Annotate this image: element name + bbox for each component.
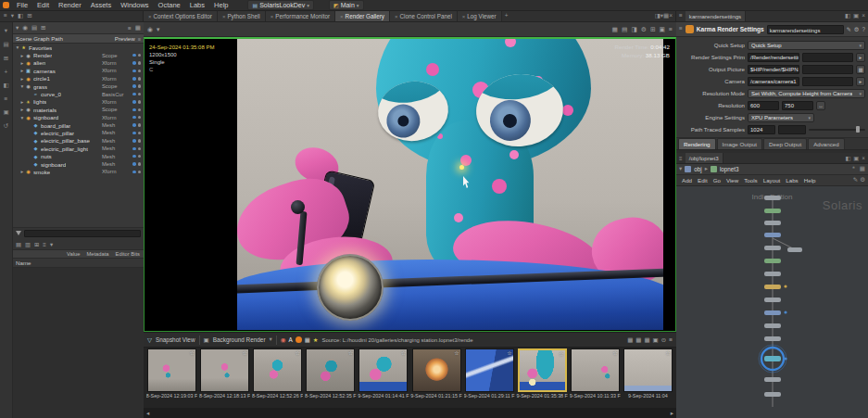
star-icon[interactable]: ☆ — [296, 349, 300, 356]
param-input-2[interactable]: 750 — [782, 101, 813, 110]
column-header[interactable]: Editor Bits — [116, 251, 140, 257]
visibility-dots[interactable] — [132, 54, 144, 57]
pane-menu-icon[interactable]: ≡ — [679, 13, 683, 19]
thumbnail-image[interactable]: ☆ — [571, 348, 620, 392]
scene-graph-row[interactable]: grass Scope — [13, 82, 144, 90]
drag-handle-icon[interactable]: ≡ — [679, 26, 683, 32]
network-menu-item[interactable]: View — [723, 177, 741, 184]
add-icon[interactable]: + — [5, 69, 8, 75]
star-icon[interactable]: ☆ — [666, 349, 671, 356]
network-menu-item[interactable]: Help — [801, 177, 819, 184]
scene-graph-row[interactable]: electric_pillar_light Mesh — [13, 145, 144, 152]
param-input[interactable]: $HIP/render/$HIPNAME.$OS.$F4.exr — [748, 65, 799, 74]
menu-item[interactable]: Octane — [154, 1, 185, 9]
scene-graph-row[interactable]: alien Xform — [13, 59, 144, 67]
param-input[interactable]: /Render/rendersettings — [748, 53, 799, 62]
star-icon[interactable]: ☆ — [243, 349, 247, 356]
thumbnail-image[interactable]: ☆ — [359, 348, 408, 392]
close-pane-icon[interactable]: × — [669, 13, 675, 19]
pane-menu-icon[interactable]: ≡ — [679, 155, 683, 161]
scene-graph-row[interactable]: smoke Xform — [13, 168, 144, 175]
menu-item[interactable]: Windows — [116, 1, 153, 9]
gallery-thumbnail[interactable]: ☆ 8-Sep-2024 12:18:13 F — [198, 348, 251, 408]
star-icon[interactable]: ☆ — [348, 349, 353, 356]
panel-icon[interactable]: ▣ — [660, 26, 665, 33]
pane-tab[interactable]: × Log Viewer — [458, 11, 502, 21]
render-viewport[interactable]: 24-Sep-2024 01:35:08 PM 1200x1500 Single… — [144, 37, 676, 332]
pane-tab[interactable]: × Context Options Editor — [144, 11, 218, 21]
layout-selector[interactable]: ◩ Main ▾ — [329, 0, 364, 10]
param-action-icon[interactable] — [856, 65, 865, 74]
menu-item[interactable]: Labs — [185, 1, 209, 9]
menu-item[interactable]: File — [12, 1, 32, 9]
visibility-dots[interactable] — [132, 162, 144, 166]
sort-icon[interactable]: ≡ — [138, 36, 141, 42]
visibility-dots[interactable] — [132, 61, 144, 65]
pane-tab[interactable]: × Clone Control Panel — [390, 11, 458, 21]
grid-large-icon[interactable]: ▦ — [644, 336, 649, 344]
thumbnail-image[interactable]: ☆ — [518, 348, 567, 392]
wrench-icon[interactable]: ✎ — [853, 177, 858, 184]
gallery-thumbnail[interactable]: ☆ 9-Sep-2024 01:35:38 F — [516, 348, 569, 408]
grid-icon[interactable]: ▦ — [135, 24, 141, 32]
karma-node-name-field[interactable]: karmarendersettings — [767, 25, 844, 34]
param-slider[interactable] — [809, 125, 865, 134]
param-action-icon[interactable] — [816, 101, 825, 110]
list-view-icon[interactable]: ▤ — [3, 41, 8, 48]
visibility-dots[interactable] — [132, 108, 144, 112]
star-icon[interactable]: ☆ — [401, 349, 406, 356]
pane-tab[interactable]: × Render Gallery — [335, 11, 390, 21]
name-column-header[interactable]: Name — [13, 259, 144, 268]
pin-icon[interactable]: ＊ — [850, 166, 857, 172]
pane-tab[interactable]: × Performance Monitor — [266, 11, 335, 21]
right-pane-tab[interactable]: karmarendersettings — [686, 11, 746, 21]
close-icon[interactable]: × — [395, 14, 398, 19]
scene-graph-row[interactable]: electric_pillar Mesh — [13, 129, 144, 136]
gallery-thumbnail[interactable]: ☆ 8-Sep-2024 12:19:03 F — [145, 348, 198, 408]
context-crumb[interactable]: obj — [694, 166, 701, 172]
column-header[interactable]: Metadata — [86, 251, 108, 257]
panel-icon[interactable]: ▣ — [3, 108, 8, 116]
scene-graph-row[interactable]: circle1 Xform — [13, 75, 144, 82]
list-view-icon[interactable]: ▤ — [16, 241, 21, 247]
list-icon[interactable]: ▤ — [622, 26, 627, 33]
checker-icon[interactable]: ▦ — [305, 336, 310, 344]
scene-graph-row[interactable]: Render Scope — [13, 51, 144, 58]
chevron-down-icon[interactable]: ▾ — [16, 24, 19, 32]
karma-tab[interactable]: Advanced — [808, 138, 845, 149]
pane-tab[interactable]: × Python Shell — [218, 11, 266, 21]
visibility-dots[interactable] — [132, 77, 144, 81]
gallery-thumbnail[interactable]: ☆ 9-Sep-2024 01:21:15 F — [409, 348, 462, 408]
visibility-dots[interactable] — [132, 84, 144, 88]
background-render-label[interactable]: Background Render — [213, 336, 266, 343]
star-icon[interactable]: ☆ — [454, 349, 459, 356]
thumbnail-image[interactable]: ☆ — [253, 348, 302, 392]
scene-graph-row[interactable]: materials Scope — [13, 106, 144, 113]
thumbnail-image[interactable]: ☆ — [623, 348, 673, 392]
close-icon[interactable]: × — [270, 14, 274, 19]
expand-all-icon[interactable]: ⊞ — [41, 24, 45, 32]
scene-graph-row[interactable]: board_pillar Mesh — [13, 121, 144, 129]
star-icon[interactable]: ☆ — [612, 349, 617, 356]
split-pane-icon[interactable]: ◧ — [845, 13, 850, 19]
network-pane-tab[interactable]: /obj/lopnet3 — [686, 153, 723, 163]
chevron-down-icon[interactable]: ▾ — [11, 13, 14, 19]
path-column-header[interactable]: Scene Graph Path — [16, 35, 63, 42]
list-icon[interactable]: ▤ — [31, 24, 37, 32]
chevron-down-icon[interactable]: ▾ — [157, 26, 159, 33]
menu-icon[interactable]: ≡ — [669, 26, 673, 32]
render-node-icon[interactable]: ◉ — [147, 26, 153, 33]
gear-icon[interactable]: ⚙ — [854, 26, 860, 32]
chevron-down-icon[interactable]: ▾ — [50, 241, 53, 247]
expand-icon[interactable]: ⊞ — [650, 26, 656, 33]
scroll-left-icon[interactable]: ◂ — [146, 410, 149, 417]
karma-tab[interactable]: Deep Output — [763, 138, 807, 149]
visibility-dots[interactable] — [132, 116, 144, 120]
close-icon[interactable]: × — [222, 14, 226, 19]
close-pane-icon[interactable]: × — [862, 13, 865, 19]
param-dropdown[interactable]: XPU Parameters ▾ — [748, 113, 814, 122]
new-tab-icon[interactable]: ⊞ — [27, 13, 31, 19]
close-icon[interactable]: × — [148, 14, 152, 19]
node-graph[interactable] — [676, 186, 868, 418]
paint-icon[interactable]: ◉ — [281, 336, 286, 344]
